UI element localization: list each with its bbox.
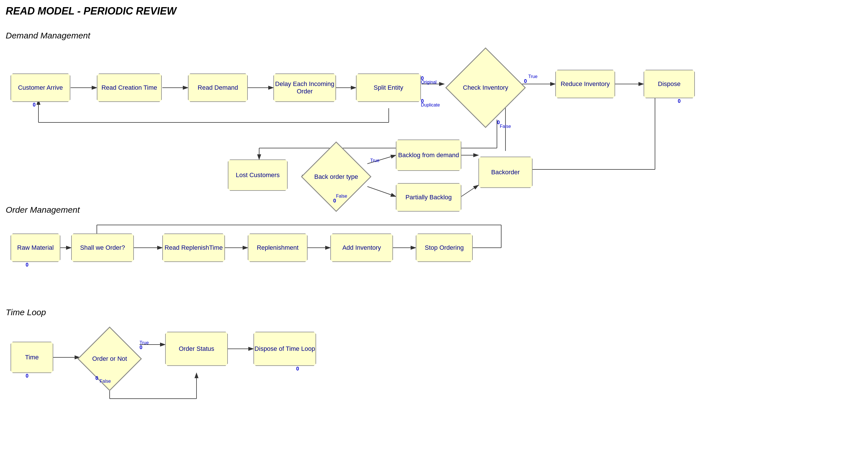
- label-time-0: 0: [26, 373, 29, 379]
- replenishment-node: Replenishment: [248, 234, 308, 262]
- section-timeloop: Time Loop: [6, 308, 46, 317]
- dispose-node: Dispose: [644, 70, 695, 98]
- add-inventory-node: Add Inventory: [330, 234, 393, 262]
- backlog-demand-node: Backlog from demand: [396, 140, 461, 171]
- partially-backlog-node: Partially Backlog: [396, 183, 461, 212]
- label-customer-arrive-0: 0: [33, 102, 36, 108]
- dispose-time-loop-node: Dispose of Time Loop: [253, 332, 316, 366]
- label-dtl-0: 0: [296, 366, 299, 372]
- label-dup-0: 0: [421, 98, 424, 104]
- raw-material-node: Raw Material: [10, 234, 60, 262]
- order-or-not-label: Order or Not: [88, 337, 131, 381]
- svg-line-20: [461, 185, 478, 196]
- connector-svg: [0, 0, 868, 465]
- label-orig-0: 0: [421, 75, 424, 82]
- lost-customers-node: Lost Customers: [228, 159, 288, 191]
- split-entity-node: Split Entity: [356, 73, 421, 102]
- label-check-true: True: [528, 74, 537, 79]
- label-bot-true: True: [370, 158, 379, 163]
- label-bot-false-0: 0: [333, 198, 336, 204]
- check-inventory-diamond: Check Inventory: [445, 48, 526, 128]
- time-node: Time: [10, 342, 53, 373]
- label-check-true-0: 0: [524, 78, 527, 84]
- label-oon-false-0: 0: [95, 375, 98, 381]
- check-inventory-label: Check Inventory: [458, 60, 513, 115]
- shall-order-node: Shall we Order?: [71, 234, 134, 262]
- read-demand-node: Read Demand: [188, 73, 248, 102]
- svg-line-18: [367, 187, 396, 196]
- read-creation-time-node: Read Creation Time: [97, 73, 162, 102]
- label-oon-false: False: [100, 379, 111, 384]
- label-dispose-0: 0: [678, 98, 681, 104]
- section-order: Order Management: [6, 205, 80, 215]
- section-demand: Demand Management: [6, 31, 90, 40]
- stop-ordering-node: Stop Ordering: [416, 234, 473, 262]
- label-check-false: False: [500, 124, 511, 129]
- label-oon-true-0: 0: [140, 345, 143, 350]
- reduce-inventory-node: Reduce Inventory: [555, 70, 615, 98]
- customer-arrive-node: Customer Arrive: [10, 73, 70, 102]
- read-replenish-node: Read ReplenishTime: [162, 234, 225, 262]
- order-status-node: Order Status: [165, 332, 228, 366]
- label-raw-0: 0: [26, 262, 29, 268]
- backorder-node: Backorder: [478, 157, 532, 188]
- check-inventory-outer: Check Inventory: [444, 52, 527, 123]
- label-bot-false: False: [336, 194, 347, 199]
- label-check-false-0: 0: [497, 120, 500, 126]
- page-title: READ MODEL - PERIODIC REVIEW: [6, 5, 176, 17]
- delay-each-node: Delay Each Incoming Order: [273, 73, 336, 102]
